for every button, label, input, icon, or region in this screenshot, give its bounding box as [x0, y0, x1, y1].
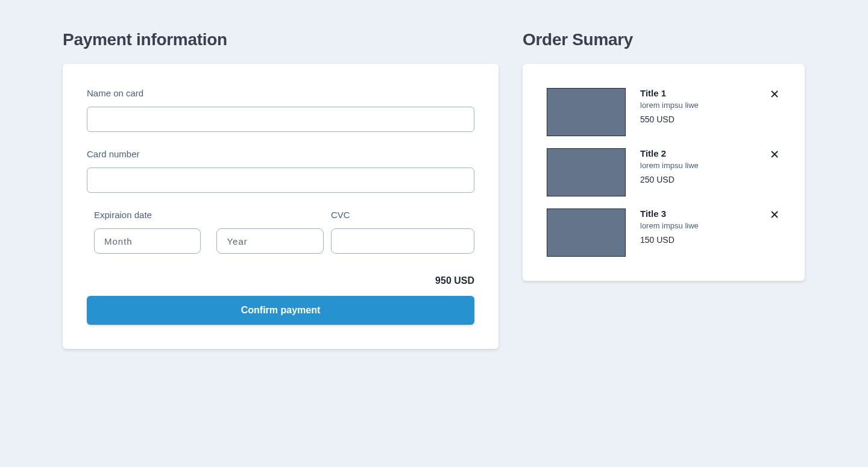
close-icon: [771, 151, 778, 158]
order-item: Title 1 lorem impsu liwe 550 USD: [547, 88, 781, 136]
order-item: Title 3 lorem impsu liwe 150 USD: [547, 208, 781, 257]
order-item-subtitle: lorem impsu liwe: [640, 161, 754, 170]
close-icon: [771, 90, 778, 98]
order-summary-title: Order Sumary: [523, 30, 805, 49]
card-number-label: Card number: [87, 149, 474, 159]
confirm-payment-button[interactable]: Confirm payment: [87, 296, 474, 325]
name-on-card-input[interactable]: [87, 107, 474, 132]
order-summary-card: Title 1 lorem impsu liwe 550 USD Title 2…: [523, 64, 805, 281]
cvc-label: CVC: [331, 210, 474, 220]
order-item-thumbnail: [547, 148, 626, 196]
order-item-title: Title 3: [640, 208, 754, 219]
order-item-title: Title 2: [640, 148, 754, 158]
cvc-input[interactable]: [331, 228, 474, 254]
payment-section-title: Payment information: [63, 30, 498, 49]
card-number-input[interactable]: [87, 168, 474, 193]
order-item-subtitle: lorem impsu liwe: [640, 221, 754, 230]
order-item: Title 2 lorem impsu liwe 250 USD: [547, 148, 781, 196]
order-item-thumbnail: [547, 208, 626, 257]
order-item-thumbnail: [547, 88, 626, 136]
close-icon: [771, 211, 778, 218]
remove-item-button[interactable]: [769, 148, 781, 160]
expiration-year-input[interactable]: [216, 228, 323, 254]
expiration-month-input[interactable]: [94, 228, 201, 254]
remove-item-button[interactable]: [769, 208, 781, 221]
order-item-subtitle: lorem impsu liwe: [640, 101, 754, 110]
expiration-date-label: Expiraion date: [94, 210, 324, 220]
order-item-title: Title 1: [640, 88, 754, 98]
remove-item-button[interactable]: [769, 88, 781, 100]
payment-card: Name on card Card number Expiraion date …: [63, 64, 498, 349]
name-on-card-label: Name on card: [87, 88, 474, 98]
order-item-price: 150 USD: [640, 235, 754, 245]
order-item-price: 250 USD: [640, 175, 754, 184]
order-item-price: 550 USD: [640, 114, 754, 124]
payment-total: 950 USD: [435, 275, 474, 286]
